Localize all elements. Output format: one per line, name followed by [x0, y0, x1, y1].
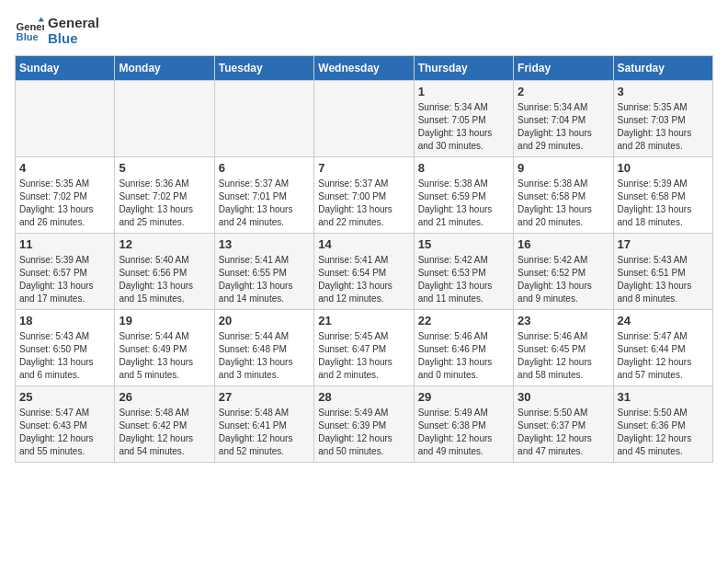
- calendar-cell: 22Sunrise: 5:46 AM Sunset: 6:46 PM Dayli…: [414, 310, 513, 386]
- calendar-header-row: SundayMondayTuesdayWednesdayThursdayFrid…: [16, 56, 713, 81]
- svg-text:Blue: Blue: [17, 31, 39, 42]
- calendar-cell: 2Sunrise: 5:34 AM Sunset: 7:04 PM Daylig…: [514, 81, 613, 157]
- day-number: 2: [518, 85, 609, 98]
- day-info: Sunrise: 5:39 AM Sunset: 6:57 PM Dayligh…: [19, 254, 110, 305]
- day-number: 7: [318, 161, 409, 175]
- day-info: Sunrise: 5:46 AM Sunset: 6:46 PM Dayligh…: [418, 330, 509, 382]
- day-number: 26: [119, 390, 210, 404]
- day-info: Sunrise: 5:47 AM Sunset: 6:44 PM Dayligh…: [618, 330, 709, 382]
- day-number: 18: [19, 314, 110, 327]
- calendar-cell: 13Sunrise: 5:41 AM Sunset: 6:55 PM Dayli…: [214, 234, 313, 310]
- day-header-tuesday: Tuesday: [214, 56, 313, 81]
- day-number: 29: [418, 390, 509, 404]
- day-info: Sunrise: 5:50 AM Sunset: 6:37 PM Dayligh…: [518, 407, 609, 458]
- day-number: 16: [518, 237, 609, 251]
- calendar-week-3: 11Sunrise: 5:39 AM Sunset: 6:57 PM Dayli…: [16, 234, 713, 310]
- calendar-cell: 5Sunrise: 5:36 AM Sunset: 7:02 PM Daylig…: [115, 157, 214, 234]
- day-number: 6: [219, 161, 310, 175]
- calendar-cell: 1Sunrise: 5:34 AM Sunset: 7:05 PM Daylig…: [414, 81, 513, 157]
- day-header-wednesday: Wednesday: [314, 56, 414, 81]
- day-info: Sunrise: 5:43 AM Sunset: 6:51 PM Dayligh…: [618, 254, 709, 305]
- day-header-monday: Monday: [115, 56, 214, 81]
- calendar-cell: 12Sunrise: 5:40 AM Sunset: 6:56 PM Dayli…: [115, 234, 214, 310]
- calendar-cell: 10Sunrise: 5:39 AM Sunset: 6:58 PM Dayli…: [613, 157, 712, 234]
- day-info: Sunrise: 5:36 AM Sunset: 7:02 PM Dayligh…: [119, 178, 210, 229]
- day-number: 27: [219, 390, 310, 404]
- svg-marker-2: [39, 17, 44, 22]
- calendar-cell: 8Sunrise: 5:38 AM Sunset: 6:59 PM Daylig…: [414, 157, 513, 234]
- day-number: 1: [418, 85, 509, 98]
- calendar-cell: 15Sunrise: 5:42 AM Sunset: 6:53 PM Dayli…: [414, 234, 513, 310]
- calendar-cell: 11Sunrise: 5:39 AM Sunset: 6:57 PM Dayli…: [16, 234, 115, 310]
- day-info: Sunrise: 5:37 AM Sunset: 7:00 PM Dayligh…: [318, 178, 409, 229]
- calendar-cell: 28Sunrise: 5:49 AM Sunset: 6:39 PM Dayli…: [314, 386, 414, 463]
- calendar-cell: 4Sunrise: 5:35 AM Sunset: 7:02 PM Daylig…: [16, 157, 115, 234]
- day-info: Sunrise: 5:34 AM Sunset: 7:05 PM Dayligh…: [418, 101, 509, 153]
- day-number: 17: [618, 237, 709, 251]
- day-number: 20: [219, 314, 310, 327]
- calendar-week-1: 1Sunrise: 5:34 AM Sunset: 7:05 PM Daylig…: [16, 81, 713, 157]
- day-info: Sunrise: 5:41 AM Sunset: 6:54 PM Dayligh…: [318, 254, 409, 305]
- calendar-cell: 30Sunrise: 5:50 AM Sunset: 6:37 PM Dayli…: [514, 386, 613, 463]
- day-number: 28: [318, 390, 409, 404]
- calendar-cell: 7Sunrise: 5:37 AM Sunset: 7:00 PM Daylig…: [314, 157, 414, 234]
- day-number: 31: [618, 390, 709, 404]
- day-info: Sunrise: 5:39 AM Sunset: 6:58 PM Dayligh…: [618, 178, 709, 229]
- calendar-cell: [314, 81, 414, 157]
- day-number: 3: [618, 85, 709, 98]
- day-number: 9: [518, 161, 609, 175]
- day-number: 8: [418, 161, 509, 175]
- logo-text: GeneralBlue: [48, 15, 99, 46]
- calendar-cell: 20Sunrise: 5:44 AM Sunset: 6:48 PM Dayli…: [214, 310, 313, 386]
- day-number: 23: [518, 314, 609, 327]
- day-number: 11: [19, 237, 110, 251]
- day-info: Sunrise: 5:37 AM Sunset: 7:01 PM Dayligh…: [219, 178, 310, 229]
- day-number: 15: [418, 237, 509, 251]
- day-number: 24: [618, 314, 709, 327]
- day-info: Sunrise: 5:35 AM Sunset: 7:02 PM Dayligh…: [19, 178, 110, 229]
- day-info: Sunrise: 5:46 AM Sunset: 6:45 PM Dayligh…: [518, 330, 609, 382]
- day-number: 25: [19, 390, 110, 404]
- calendar-cell: 16Sunrise: 5:42 AM Sunset: 6:52 PM Dayli…: [514, 234, 613, 310]
- calendar-week-4: 18Sunrise: 5:43 AM Sunset: 6:50 PM Dayli…: [16, 310, 713, 386]
- day-info: Sunrise: 5:34 AM Sunset: 7:04 PM Dayligh…: [518, 101, 609, 153]
- day-number: 10: [618, 161, 709, 175]
- calendar-cell: [115, 81, 214, 157]
- day-info: Sunrise: 5:40 AM Sunset: 6:56 PM Dayligh…: [119, 254, 210, 305]
- day-header-saturday: Saturday: [613, 56, 712, 81]
- logo-icon: General Blue: [15, 16, 44, 45]
- day-info: Sunrise: 5:49 AM Sunset: 6:39 PM Dayligh…: [318, 407, 409, 458]
- day-info: Sunrise: 5:50 AM Sunset: 6:36 PM Dayligh…: [618, 407, 709, 458]
- page-header: General Blue GeneralBlue: [15, 15, 713, 46]
- day-info: Sunrise: 5:44 AM Sunset: 6:48 PM Dayligh…: [219, 330, 310, 382]
- day-number: 13: [219, 237, 310, 251]
- day-info: Sunrise: 5:48 AM Sunset: 6:41 PM Dayligh…: [219, 407, 310, 458]
- day-info: Sunrise: 5:49 AM Sunset: 6:38 PM Dayligh…: [418, 407, 509, 458]
- day-number: 14: [318, 237, 409, 251]
- calendar-cell: 3Sunrise: 5:35 AM Sunset: 7:03 PM Daylig…: [613, 81, 712, 157]
- svg-text:General: General: [17, 21, 44, 32]
- calendar-cell: [16, 81, 115, 157]
- day-info: Sunrise: 5:48 AM Sunset: 6:42 PM Dayligh…: [119, 407, 210, 458]
- day-number: 30: [518, 390, 609, 404]
- calendar-cell: 27Sunrise: 5:48 AM Sunset: 6:41 PM Dayli…: [214, 386, 313, 463]
- day-info: Sunrise: 5:47 AM Sunset: 6:43 PM Dayligh…: [19, 407, 110, 458]
- calendar-cell: 9Sunrise: 5:38 AM Sunset: 6:58 PM Daylig…: [514, 157, 613, 234]
- calendar-cell: 14Sunrise: 5:41 AM Sunset: 6:54 PM Dayli…: [314, 234, 414, 310]
- calendar-cell: 19Sunrise: 5:44 AM Sunset: 6:49 PM Dayli…: [115, 310, 214, 386]
- calendar-cell: 25Sunrise: 5:47 AM Sunset: 6:43 PM Dayli…: [16, 386, 115, 463]
- calendar-cell: 21Sunrise: 5:45 AM Sunset: 6:47 PM Dayli…: [314, 310, 414, 386]
- day-info: Sunrise: 5:41 AM Sunset: 6:55 PM Dayligh…: [219, 254, 310, 305]
- calendar-week-5: 25Sunrise: 5:47 AM Sunset: 6:43 PM Dayli…: [16, 386, 713, 463]
- calendar-week-2: 4Sunrise: 5:35 AM Sunset: 7:02 PM Daylig…: [16, 157, 713, 234]
- day-info: Sunrise: 5:44 AM Sunset: 6:49 PM Dayligh…: [119, 330, 210, 382]
- calendar-cell: 23Sunrise: 5:46 AM Sunset: 6:45 PM Dayli…: [514, 310, 613, 386]
- day-header-thursday: Thursday: [414, 56, 513, 81]
- calendar-cell: 31Sunrise: 5:50 AM Sunset: 6:36 PM Dayli…: [613, 386, 712, 463]
- calendar-cell: 18Sunrise: 5:43 AM Sunset: 6:50 PM Dayli…: [16, 310, 115, 386]
- day-number: 4: [19, 161, 110, 175]
- calendar-cell: 24Sunrise: 5:47 AM Sunset: 6:44 PM Dayli…: [613, 310, 712, 386]
- day-info: Sunrise: 5:45 AM Sunset: 6:47 PM Dayligh…: [318, 330, 409, 382]
- calendar-cell: [214, 81, 313, 157]
- day-info: Sunrise: 5:42 AM Sunset: 6:53 PM Dayligh…: [418, 254, 509, 305]
